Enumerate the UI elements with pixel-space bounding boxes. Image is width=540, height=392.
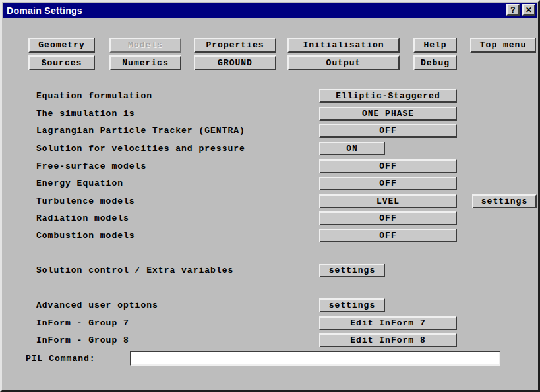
advanced-options-settings-button[interactable]: settings bbox=[319, 298, 385, 312]
setting-label-radiation: Radiation models bbox=[36, 213, 129, 223]
setting-label-gentra: Lagrangian Particle Tracker (GENTRA) bbox=[36, 126, 245, 136]
combustion-toggle-button[interactable]: OFF bbox=[319, 229, 457, 242]
turbulence-model-button[interactable]: LVEL bbox=[319, 194, 457, 208]
menu-button-sources[interactable]: Sources bbox=[28, 55, 95, 70]
menu-button-properties[interactable]: Properties bbox=[194, 38, 276, 53]
window-title: Domain Settings bbox=[3, 5, 82, 16]
setting-label-inform-group-8: InForm - Group 8 bbox=[36, 335, 129, 345]
setting-label-inform-group-7: InForm - Group 7 bbox=[36, 318, 129, 328]
pil-command-label: PIL Command: bbox=[26, 354, 96, 364]
equation-formulation-button[interactable]: Elliptic-Staggered bbox=[319, 89, 457, 103]
menu-button-help[interactable]: Help bbox=[413, 38, 457, 53]
pil-command-input[interactable] bbox=[130, 351, 500, 366]
setting-label-energy-equation: Energy Equation bbox=[36, 179, 123, 188]
menu-button-numerics[interactable]: Numerics bbox=[109, 55, 181, 70]
simulation-phase-button[interactable]: ONE_PHASE bbox=[319, 107, 457, 121]
close-icon[interactable]: ✕ bbox=[522, 4, 535, 16]
solution-control-settings-button[interactable]: settings bbox=[319, 264, 385, 277]
help-icon[interactable]: ? bbox=[506, 4, 520, 16]
edit-inform-8-button[interactable]: Edit InForm 8 bbox=[319, 333, 457, 347]
velocities-pressure-toggle-button[interactable]: ON bbox=[319, 142, 385, 155]
setting-label-velocities-pressure: Solution for velocities and pressure bbox=[36, 144, 245, 154]
edit-inform-7-button[interactable]: Edit InForm 7 bbox=[319, 316, 457, 330]
menu-button-output[interactable]: Output bbox=[287, 55, 400, 70]
menu-button-models: Models bbox=[109, 38, 181, 53]
setting-label-equation-formulation: Equation formulation bbox=[36, 91, 152, 101]
menu-button-initialisation[interactable]: Initialisation bbox=[287, 38, 400, 53]
menu-button-geometry[interactable]: Geometry bbox=[28, 38, 95, 53]
menu-button-ground[interactable]: GROUND bbox=[194, 55, 276, 70]
domain-settings-dialog: Domain Settings ? ✕ Geometry Models Prop… bbox=[0, 0, 540, 392]
setting-label-turbulence: Turbulence models bbox=[36, 196, 135, 206]
setting-label-advanced-user-options: Advanced user options bbox=[36, 300, 158, 310]
radiation-toggle-button[interactable]: OFF bbox=[319, 211, 457, 225]
energy-equation-toggle-button[interactable]: OFF bbox=[319, 177, 457, 190]
turbulence-settings-button[interactable]: settings bbox=[472, 194, 537, 208]
setting-label-free-surface: Free-surface models bbox=[36, 161, 146, 171]
menu-button-top-menu[interactable]: Top menu bbox=[470, 38, 536, 53]
titlebar[interactable]: Domain Settings bbox=[3, 3, 537, 18]
setting-label-combustion: Combustion models bbox=[36, 231, 135, 240]
free-surface-toggle-button[interactable]: OFF bbox=[319, 159, 457, 173]
gentra-toggle-button[interactable]: OFF bbox=[319, 124, 457, 138]
setting-label-solution-control: Solution control / Extra variables bbox=[36, 266, 233, 275]
menu-button-debug[interactable]: Debug bbox=[413, 55, 457, 70]
setting-label-simulation: The simulation is bbox=[36, 109, 135, 119]
